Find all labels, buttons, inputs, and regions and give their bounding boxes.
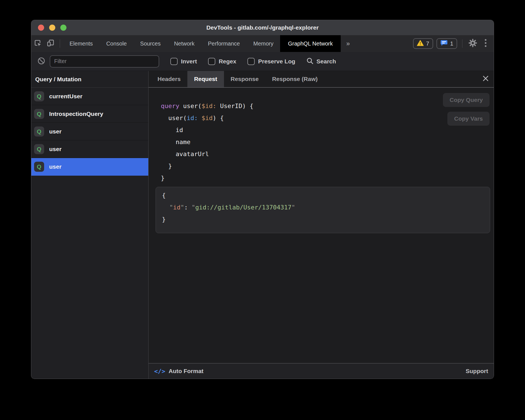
warnings-badge[interactable]: 7 <box>413 38 433 49</box>
query-type-badge: Q <box>34 127 44 137</box>
search-button[interactable]: Search <box>306 57 336 66</box>
invert-checkbox-group[interactable]: Invert <box>170 58 197 65</box>
tab-sources[interactable]: Sources <box>133 35 167 52</box>
minimize-traffic-light-icon[interactable] <box>49 25 55 31</box>
inspect-cursor-icon <box>34 39 42 48</box>
close-traffic-light-icon[interactable] <box>38 25 44 31</box>
main-area: Query / Mutation Q currentUser Q Introsp… <box>31 71 494 379</box>
zoom-traffic-light-icon[interactable] <box>60 25 66 31</box>
more-tabs-chevron-icon[interactable]: » <box>341 35 355 52</box>
warning-triangle-icon <box>417 40 424 47</box>
filter-bar: Invert Regex Preserve Log Search <box>31 52 494 71</box>
query-name: user <box>49 163 61 170</box>
messages-badge[interactable]: 1 <box>436 38 457 49</box>
preserve-log-label: Preserve Log <box>258 58 295 65</box>
query-type-badge: Q <box>34 109 44 119</box>
list-item-user-2[interactable]: Q user <box>31 140 148 158</box>
tab-console[interactable]: Console <box>99 35 133 52</box>
traffic-lights <box>38 20 66 35</box>
query-name: currentUser <box>49 93 82 100</box>
settings-button[interactable] <box>466 35 479 52</box>
graphql-query-code: query user($id: UserID) { user(id: $id) … <box>161 100 494 184</box>
list-item-introspectionquery[interactable]: Q IntrospectionQuery <box>31 105 148 123</box>
tab-memory[interactable]: Memory <box>247 35 280 52</box>
tab-network[interactable]: Network <box>167 35 201 52</box>
tab-elements[interactable]: Elements <box>63 35 99 52</box>
toolbar-divider <box>60 39 60 48</box>
list-item-user-3-selected[interactable]: Q user <box>31 158 148 176</box>
three-dots-icon <box>485 39 487 49</box>
title-bar: DevTools - gitlab.com/-/graphql-explorer <box>31 20 494 35</box>
query-variables-block: { "id": "gid://gitlab/User/13704317"} <box>156 187 490 233</box>
auto-format-button[interactable]: Auto Format <box>169 368 204 374</box>
tab-response-raw[interactable]: Response (Raw) <box>265 71 324 87</box>
toolbar-divider <box>462 39 462 48</box>
query-name: user <box>49 128 61 135</box>
search-label: Search <box>316 58 336 65</box>
list-item-currentuser[interactable]: Q currentUser <box>31 88 148 105</box>
invert-checkbox[interactable] <box>170 58 178 65</box>
chat-bubble-icon <box>440 40 448 47</box>
tab-response[interactable]: Response <box>224 71 265 87</box>
tab-request[interactable]: Request <box>187 71 224 87</box>
warnings-count: 7 <box>426 40 429 47</box>
tab-performance[interactable]: Performance <box>201 35 247 52</box>
support-link[interactable]: Support <box>466 368 488 374</box>
preserve-log-checkbox[interactable] <box>247 58 255 65</box>
query-name: user <box>49 146 61 152</box>
detail-tab-bar: Headers Request Response Response (Raw) <box>149 71 494 88</box>
regex-checkbox-group[interactable]: Regex <box>208 58 236 65</box>
regex-checkbox[interactable] <box>208 58 215 65</box>
preserve-log-checkbox-group[interactable]: Preserve Log <box>247 58 295 65</box>
block-icon[interactable] <box>37 57 45 66</box>
query-type-badge: Q <box>34 144 44 154</box>
query-list-panel: Query / Mutation Q currentUser Q Introsp… <box>31 71 149 379</box>
devtools-window: DevTools - gitlab.com/-/graphql-explorer… <box>31 20 494 379</box>
code-brackets-icon: </> <box>154 368 165 375</box>
query-type-badge: Q <box>34 162 44 172</box>
kebab-menu-button[interactable] <box>479 35 492 52</box>
main-tab-bar: Elements Console Sources Network Perform… <box>31 35 494 52</box>
inspect-element-button[interactable] <box>31 35 44 52</box>
device-toolbar-icon <box>47 39 54 48</box>
window-title: DevTools - gitlab.com/-/graphql-explorer <box>206 24 319 31</box>
detail-footer: </> Auto Format Support <box>149 363 494 379</box>
request-content: query user($id: UserID) { user(id: $id) … <box>149 88 494 363</box>
filter-input[interactable] <box>50 55 159 68</box>
query-name: IntrospectionQuery <box>49 111 103 117</box>
close-icon <box>482 75 489 83</box>
query-type-badge: Q <box>34 91 44 101</box>
request-detail-panel: Headers Request Response Response (Raw) … <box>149 71 494 379</box>
copy-query-button[interactable]: Copy Query <box>443 93 490 107</box>
tab-headers[interactable]: Headers <box>151 71 187 87</box>
regex-label: Regex <box>219 58 236 65</box>
copy-vars-button[interactable]: Copy Vars <box>447 112 490 126</box>
tab-graphql-network[interactable]: GraphQL Network <box>280 35 340 52</box>
query-list-header: Query / Mutation <box>31 71 148 88</box>
messages-count: 1 <box>450 40 453 47</box>
gear-icon <box>468 39 477 49</box>
invert-label: Invert <box>181 58 197 65</box>
search-icon <box>306 57 314 66</box>
device-toolbar-button[interactable] <box>44 35 57 52</box>
list-item-user-1[interactable]: Q user <box>31 123 148 140</box>
close-detail-button[interactable] <box>478 71 494 87</box>
